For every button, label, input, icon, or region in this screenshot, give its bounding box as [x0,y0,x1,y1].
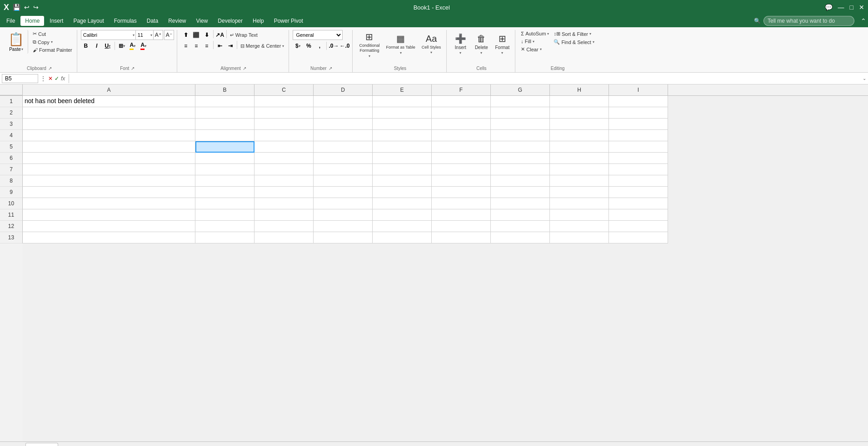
percent-button[interactable]: % [304,41,314,51]
comma-button[interactable]: , [314,41,324,51]
cell-e11[interactable] [373,209,432,221]
cell-g4[interactable] [491,130,550,141]
cell-i9[interactable] [609,187,668,198]
cell-f6[interactable] [432,153,491,164]
cell-c12[interactable] [254,221,314,232]
menu-help[interactable]: Help [248,16,269,26]
cell-b3[interactable] [195,119,254,130]
cell-i6[interactable] [609,153,668,164]
row-num-2[interactable]: 2 [0,107,23,119]
fill-color-button[interactable]: A ▾ [128,41,138,51]
format-as-table-button[interactable]: ▦ Format as Table ▾ [383,30,418,58]
cell-d11[interactable] [314,209,373,221]
search-input[interactable] [763,16,854,26]
alignment-dialog-launcher[interactable]: ↗ [243,66,246,71]
cell-a13[interactable] [23,232,195,243]
bold-button[interactable]: B [81,41,91,51]
cut-button[interactable]: ✂ Cut [31,30,74,38]
cell-d13[interactable] [314,232,373,243]
cell-b4[interactable] [195,130,254,141]
cell-f10[interactable] [432,198,491,209]
search-bar[interactable]: 🔍 [754,16,854,26]
cell-i4[interactable] [609,130,668,141]
cell-d4[interactable] [314,130,373,141]
find-dropdown[interactable]: ▾ [593,40,594,44]
cell-e1[interactable] [373,96,432,107]
sheet-tab-sheet1[interactable]: Sheet1 [25,443,58,446]
row-num-1[interactable]: 1 [0,96,23,107]
clear-button[interactable]: ✕ Clear ▾ [519,45,551,53]
cell-b1[interactable] [195,96,254,107]
cell-i7[interactable] [609,164,668,175]
decrease-decimal-button[interactable]: ←.0 [339,41,349,51]
cell-h1[interactable] [550,96,609,107]
cell-g9[interactable] [491,187,550,198]
formula-expand-icon[interactable]: ⌄ [863,76,866,81]
paste-button[interactable]: 📋 Paste ▾ [5,30,28,54]
cell-e7[interactable] [373,164,432,175]
cell-b2[interactable] [195,107,254,119]
cell-h11[interactable] [550,209,609,221]
cell-e3[interactable] [373,119,432,130]
menu-formulas[interactable]: Formulas [110,16,141,26]
paste-dropdown-arrow[interactable]: ▾ [21,47,23,51]
border-dropdown[interactable]: ▾ [123,44,125,48]
cell-d5[interactable] [314,141,373,153]
cell-i8[interactable] [609,175,668,187]
row-num-6[interactable]: 6 [0,153,23,164]
decrease-indent-button[interactable]: ⇤ [215,41,225,51]
insert-button[interactable]: ➕ Insert ▾ [450,30,470,58]
formula-input[interactable] [73,74,861,83]
cell-a7[interactable] [23,164,195,175]
cell-b7[interactable] [195,164,254,175]
chat-icon[interactable]: 💬 [825,4,833,11]
cell-h3[interactable] [550,119,609,130]
cell-e12[interactable] [373,221,432,232]
cell-f4[interactable] [432,130,491,141]
menu-file[interactable]: File [2,16,20,26]
menu-home[interactable]: Home [20,16,44,26]
number-dialog-launcher[interactable]: ↗ [329,66,332,71]
cell-c13[interactable] [254,232,314,243]
cell-a12[interactable] [23,221,195,232]
cell-g8[interactable] [491,175,550,187]
copy-dropdown-arrow[interactable]: ▾ [51,40,53,44]
insert-dropdown[interactable]: ▾ [459,51,461,55]
decrease-font-button[interactable]: A⁻ [164,30,174,40]
row-num-11[interactable]: 11 [0,209,23,221]
cell-g1[interactable] [491,96,550,107]
menu-view[interactable]: View [192,16,213,26]
number-format-select[interactable]: General Number Currency Accounting Date … [293,30,343,40]
cell-h7[interactable] [550,164,609,175]
cell-f11[interactable] [432,209,491,221]
font-color-button[interactable]: A ▾ [139,41,149,51]
cell-b11[interactable] [195,209,254,221]
cell-c4[interactable] [254,130,314,141]
sort-filter-button[interactable]: ↕⊞ Sort & Filter ▾ [552,30,596,38]
cell-e9[interactable] [373,187,432,198]
cell-a10[interactable] [23,198,195,209]
cell-a9[interactable] [23,187,195,198]
cell-g13[interactable] [491,232,550,243]
cell-f5[interactable] [432,141,491,153]
col-header-c[interactable]: C [254,84,314,95]
cell-f3[interactable] [432,119,491,130]
col-header-b[interactable]: B [195,84,254,95]
cell-d9[interactable] [314,187,373,198]
align-top-button[interactable]: ⬆ [181,30,191,40]
cell-h5[interactable] [550,141,609,153]
cell-e8[interactable] [373,175,432,187]
cell-f9[interactable] [432,187,491,198]
cell-b10[interactable] [195,198,254,209]
align-bottom-button[interactable]: ⬇ [202,30,212,40]
cell-i11[interactable] [609,209,668,221]
cell-f12[interactable] [432,221,491,232]
delete-button[interactable]: 🗑 Delete ▾ [471,30,491,58]
cell-g2[interactable] [491,107,550,119]
confirm-formula-icon[interactable]: ✓ [55,75,59,82]
font-color-dropdown[interactable]: ▾ [145,44,146,48]
menu-power-pivot[interactable]: Power Pivot [269,16,308,26]
find-select-button[interactable]: 🔍 Find & Select ▾ [552,38,596,46]
cell-f13[interactable] [432,232,491,243]
align-middle-button[interactable]: ⬛ [191,30,201,40]
